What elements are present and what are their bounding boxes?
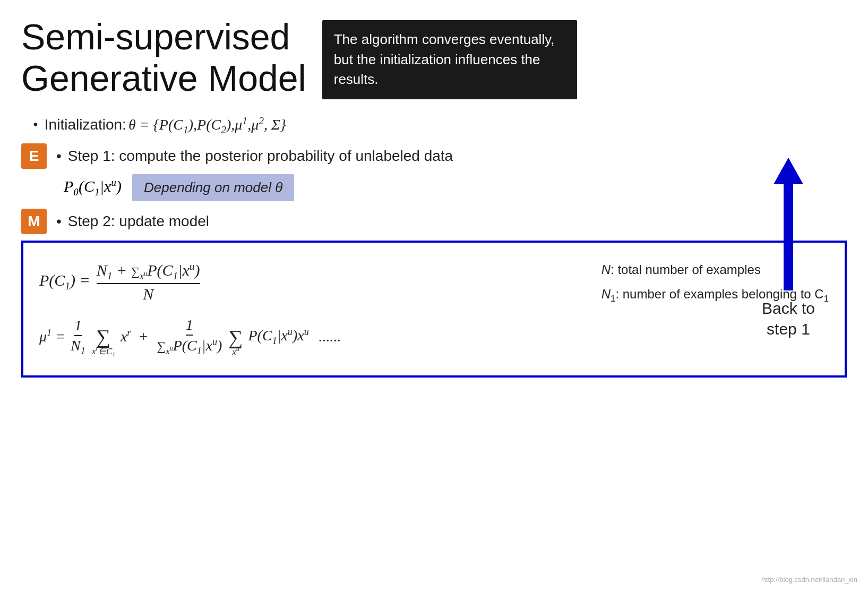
step2-row: M • Step 2: update model xyxy=(21,209,847,234)
init-formula: θ = {P(C1),P(C2),μ1,μ2, Σ} xyxy=(128,115,286,136)
sum2-sub: xu xyxy=(232,345,239,357)
pc1-fraction: N1 + ∑xuP(C1|xu) N xyxy=(97,261,200,303)
m-badge-label: M xyxy=(28,213,40,230)
blue-box-formulas: P(C1) = N1 + ∑xuP(C1|xu) N xyxy=(39,255,580,363)
left-content: • Initialization: θ = {P(C1),P(C2),μ1,μ2… xyxy=(21,115,847,378)
p-theta-row: Pθ(C1|xu) Depending on model θ xyxy=(64,174,847,201)
title-line2: Generative Model xyxy=(21,58,306,98)
page-container: Semi-supervised Generative Model The alg… xyxy=(0,0,868,591)
m-badge: M xyxy=(21,209,47,234)
bullet-dot-step2: • xyxy=(56,213,62,230)
step1-text: Step 1: compute the posterior probabilit… xyxy=(68,148,453,165)
title-line1: Semi-supervised xyxy=(21,16,290,57)
e-badge-label: E xyxy=(29,148,39,165)
info-box: The algorithm converges eventually, but … xyxy=(322,20,577,99)
depending-box-text: Depending on model θ xyxy=(144,179,282,195)
info-box-text: The algorithm converges eventually, but … xyxy=(334,31,555,87)
arrow-up-head xyxy=(774,158,803,184)
bullet-dot-step1: • xyxy=(56,148,62,165)
depending-box: Depending on model θ xyxy=(132,174,294,201)
watermark: http://blog.csdn.net/liandan_xin xyxy=(762,576,857,584)
mu1-frac2-num: 1 xyxy=(186,316,193,336)
arrow-shaft xyxy=(784,184,793,290)
mu1-frac1-den: N1 xyxy=(71,336,85,357)
initialization-line: • Initialization: θ = {P(C1),P(C2),μ1,μ2… xyxy=(33,115,847,136)
pc1-denominator: N xyxy=(143,284,153,303)
mu1-lhs: μ1 = xyxy=(39,328,65,345)
step1-row: E • Step 1: compute the posterior probab… xyxy=(21,143,847,169)
mu1-frac1: 1 N1 xyxy=(71,317,85,357)
mu1-pcu: P(C1|xu)xu xyxy=(248,327,309,347)
pc1-numerator: N1 + ∑xuP(C1|xu) xyxy=(97,261,200,284)
sum1-sym: ∑ xyxy=(96,327,110,347)
blue-box: P(C1) = N1 + ∑xuP(C1|xu) N xyxy=(21,241,847,378)
ellipsis: ...... xyxy=(319,328,341,345)
step2-text: Step 2: update model xyxy=(68,213,209,230)
sum1-sub: xr∈C1 xyxy=(92,345,115,357)
bullet-dot-init: • xyxy=(33,116,38,133)
mu1-frac2-den: ∑xuP(C1|xu) xyxy=(157,336,222,357)
arrow-container xyxy=(774,158,803,290)
p-theta-formula: Pθ(C1|xu) xyxy=(64,177,122,198)
main-title: Semi-supervised Generative Model xyxy=(21,16,306,99)
init-label: Initialization: xyxy=(45,116,126,133)
back-to-step-label: Back tostep 1 xyxy=(762,298,815,339)
sum2-sym: ∑ xyxy=(228,327,243,347)
pc1-lhs: P(C1) = xyxy=(39,271,90,292)
right-side: Back tostep 1 xyxy=(762,147,815,339)
title-section: Semi-supervised Generative Model The alg… xyxy=(21,16,847,99)
sum1: ∑ xr∈C1 xyxy=(92,316,115,357)
mu1-xr: xr xyxy=(121,328,131,345)
pc1-formula-line: P(C1) = N1 + ∑xuP(C1|xu) N xyxy=(39,261,580,303)
mu1-frac2: 1 ∑xuP(C1|xu) xyxy=(157,316,222,357)
sum2: ∑ xu xyxy=(228,316,243,357)
mu1-formula-line: μ1 = 1 N1 ∑ xr∈C1 xr + xyxy=(39,316,580,357)
content-area: • Initialization: θ = {P(C1),P(C2),μ1,μ2… xyxy=(21,115,847,378)
plus-sign: + xyxy=(138,328,148,345)
e-badge: E xyxy=(21,143,47,169)
mu1-frac1-num: 1 xyxy=(74,317,82,336)
